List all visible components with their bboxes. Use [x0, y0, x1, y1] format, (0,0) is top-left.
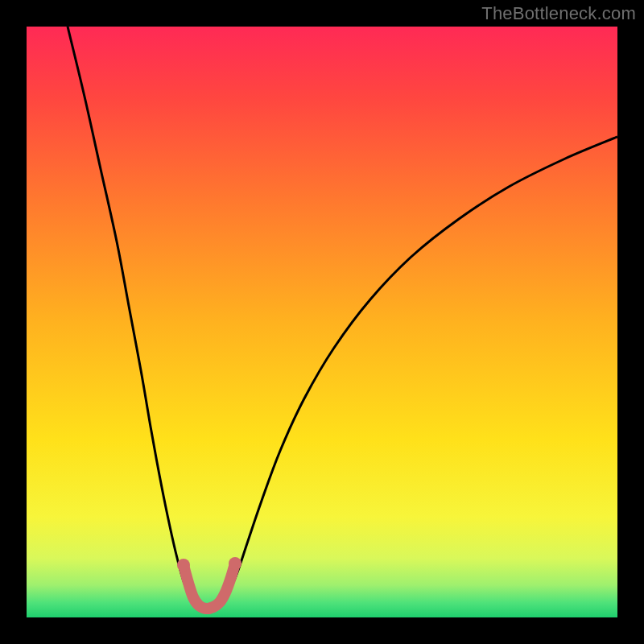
chart-frame: { "watermark": "TheBottleneck.com", "cha… — [0, 0, 644, 644]
trough-highlight-endpoint — [229, 557, 242, 570]
watermark-text: TheBottleneck.com — [481, 3, 636, 24]
bottleneck-chart — [0, 0, 644, 644]
trough-highlight-endpoint — [177, 559, 190, 572]
plot-background — [27, 27, 617, 617]
